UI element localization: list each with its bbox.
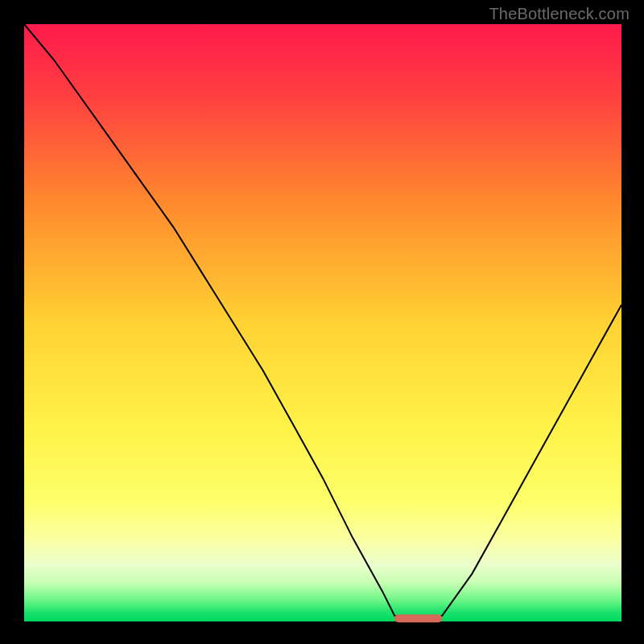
optimal-range-marker bbox=[394, 614, 442, 622]
plot-background bbox=[24, 24, 621, 621]
bottleneck-plot bbox=[0, 0, 644, 644]
watermark-text: TheBottleneck.com bbox=[489, 5, 630, 23]
chart-stage: TheBottleneck.com bbox=[0, 0, 644, 644]
